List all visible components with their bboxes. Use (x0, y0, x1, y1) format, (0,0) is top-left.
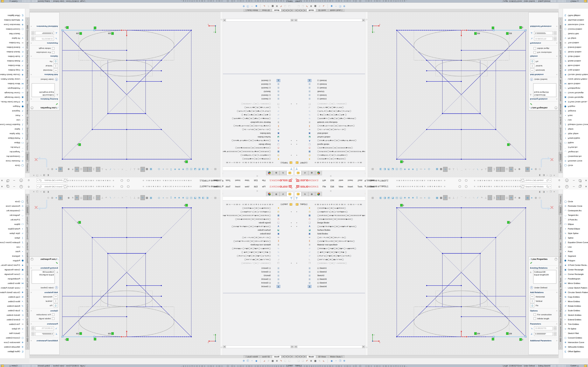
paint-brush-icon[interactable]: ✐ (279, 359, 283, 362)
relation-entry[interactable]: Collinear108 (33, 94, 54, 96)
expand-arrow-icon[interactable]: ▸ (296, 262, 297, 264)
line-weights-icon[interactable]: ≣ (275, 359, 279, 362)
menu-insert[interactable]: Insert (233, 185, 242, 188)
palette-silhouette-entities[interactable]: ⊛Silhouette Entities (0, 345, 25, 349)
palette-partial-ellipse[interactable]: ◖Partial Ellipse (563, 227, 588, 231)
relation-tag[interactable]: ∕3 (77, 143, 81, 146)
tab-property-manager[interactable]: ⧉ (280, 192, 286, 196)
doc-tab-model[interactable]: Model (272, 9, 281, 12)
relation-tag[interactable]: ∕3 (507, 221, 511, 224)
tab-property-manager[interactable]: ⧉ (302, 192, 308, 196)
tree-item-history[interactable]: ▸◷◯Λ⊕◉✣ƧS°ɜ◯⊚◯ɜ°SƧ✣◉⊕Λ◯ (223, 154, 294, 157)
relation-tag[interactable]: ∕3 (184, 161, 188, 163)
tree-vertical-scrollbar[interactable] (365, 12, 367, 177)
palette-trim-entities[interactable]: ✂Trim Entities (0, 41, 25, 45)
restore-button[interactable] (578, 185, 582, 189)
tree-item-material[interactable]: ≣Material <not specified> (294, 121, 365, 124)
relation-tag[interactable]: ∕3 (519, 338, 523, 341)
add-relation-fix[interactable]: ⚓Fix (50, 60, 58, 63)
tab-features[interactable]: Features (26, 194, 29, 205)
palette-segment[interactable]: #Segment (0, 254, 25, 258)
tree-filter[interactable] (221, 167, 293, 171)
palette-line[interactable]: ∕Line (563, 118, 588, 122)
hatch-icon[interactable]: ▦ (313, 5, 318, 8)
tree-item-sketch6[interactable]: ▦(-) Sketch6 (294, 285, 365, 288)
angle-spinner[interactable]: ▴▾ (554, 332, 556, 336)
palette-tangent-arc[interactable]: ◡Tangent Arc (0, 150, 25, 154)
tree-item-design-binder[interactable]: ▸❏Design Binder (223, 221, 294, 224)
tree-item-equations[interactable]: Σ◯ƨSИ◉°✣A∪¤ƎƐ◯⊚◯ƎƐ¤∪A✣°◉ИSƨ◯ (223, 239, 294, 243)
palette-equation-curve[interactable]: ƒEquation Driven Curve (0, 123, 25, 127)
section-parameters[interactable]: Parameters˄ (530, 42, 557, 44)
tree-item-equations[interactable]: Σ◯ƨSИ◉°✣A∪¤ƎƐ◯⊚◯ƎƐ¤∪A✣°◉ИSƨ◯ (294, 239, 365, 243)
menu-tools[interactable]: Tools (355, 185, 365, 188)
tab-features[interactable]: Features (26, 162, 29, 173)
tab-mold-tools[interactable]: Mold Tools (559, 277, 562, 288)
palette-sketch-fillet[interactable]: ⌒Sketch Fillet (563, 331, 588, 335)
tree-item-selection-sets[interactable]: ▦◯ƧS✣ƎSƧ◯ИИ◉°✣ƆƎSƧƎSƧ◯⊚◯ƧSƎƧSƎƆ✣°◉ИИ◯ƧSƎ… (223, 150, 294, 153)
section-existing-relations[interactable]: Existing Relations˄ (530, 267, 557, 269)
tab-nav-icon[interactable]: ▶ (303, 9, 306, 12)
doc-tab-motion-study-1[interactable]: Motion Study 1 (244, 9, 260, 12)
tab-evaluate[interactable]: Evaluate (559, 116, 562, 126)
palette-move-entities[interactable]: ↗Move Entities (0, 299, 25, 304)
tab-sketch[interactable]: Sketch (26, 206, 29, 215)
tree-item-sketch1[interactable]: ▦(-) Sketch1 (294, 266, 365, 270)
tab-direct-editing[interactable]: Direct Editing (26, 226, 29, 241)
tree-item-design-binder[interactable]: ▸❏Design Binder (223, 143, 294, 146)
length-parameter[interactable]: ↘ 10.88152731 ▴▾ (32, 37, 58, 41)
palette-trim-entities[interactable]: ✂Trim Entities (563, 41, 588, 45)
scroll-left-icon[interactable]: ◀ (294, 345, 297, 348)
expand-arrow-icon[interactable]: ▸ (296, 211, 297, 213)
tab-data-migration[interactable]: Data Migration (559, 303, 562, 317)
palette-perimeter-circle[interactable]: ⊙Perimeter Circle (0, 159, 25, 163)
tab-mold-tools[interactable]: Mold Tools (26, 277, 29, 288)
tree-item-lights-cameras[interactable]: ∞◯ƨS∙∩✳ʟAM◯⊚◯MAʟ✳∩∙Sƨ◯ (223, 236, 294, 239)
palette-trim-entities[interactable]: ✂Trim Entities (0, 322, 25, 326)
add-relation-fix[interactable]: ⚓Fix (530, 60, 538, 63)
tree-item-top-plane[interactable]: ▱◯∙◉✣◯✳◉‖◯⊚◯‖◉✳◯✣◉∙◯ (294, 250, 365, 254)
palette-offset-entities[interactable]: ⊑Offset Entities (0, 349, 25, 354)
doc-tab-3d-views[interactable]: 3D Views (316, 355, 328, 358)
tree-horizontal-scrollbar[interactable]: ◀ ▶ (294, 19, 365, 22)
palette-center-rectangle[interactable]: ▣Center Rectangle (563, 95, 588, 100)
section-existing-relations[interactable]: Existing Relations˄ (31, 98, 58, 100)
search-box[interactable]: ▾ (521, 178, 551, 183)
equal-relation-tag[interactable]: =109 (76, 332, 82, 335)
tab-sketch[interactable]: Sketch (559, 206, 562, 215)
help-icon[interactable]: ? (554, 106, 557, 109)
tab-nav-icon[interactable]: ▶ (282, 9, 285, 12)
doc-tab-3d-views[interactable]: 3D Views (260, 9, 272, 12)
line-endpoint-handle[interactable] (493, 336, 494, 337)
tab-weldments[interactable]: Weldments (26, 91, 29, 102)
doc-tab-model[interactable]: Model (307, 355, 316, 358)
orientation-icon[interactable]: ⇅ (266, 5, 270, 8)
tree-item-sketch3[interactable]: ▦Sketch3 (294, 90, 365, 93)
palette-three-point-center-rect[interactable]: ◈3 Point Center Recta... (563, 263, 588, 267)
palette-circular-pattern[interactable]: ✥Circular Sketch Pattern (0, 73, 25, 77)
angle-parameter[interactable]: ∠ 0.00000000° ▴▾ (32, 31, 58, 35)
palette-extend-entities[interactable]: ⊢Extend Entities (563, 45, 588, 50)
tab-features[interactable]: Features (559, 194, 562, 205)
key-page-icon[interactable]: ❏ (283, 359, 287, 362)
ok-check-icon[interactable]: ✔ (56, 261, 58, 265)
add-relation-fix[interactable]: ⚓Fix (50, 304, 58, 307)
tree-item-annotations[interactable]: ▸A◯SƨИ◉°✣A✣◉ИA◯⊚◯AИ◉✣A✣°◉ИƨS◯ (294, 225, 365, 228)
palette-line[interactable]: ∕Line (0, 118, 25, 122)
minimize-button[interactable]: ─ (12, 178, 16, 182)
tree-vertical-scrollbar[interactable] (365, 190, 367, 355)
expand-arrow-icon[interactable]: ▸ (296, 103, 297, 105)
doc-tab-model[interactable]: Model (272, 355, 281, 358)
palette-three-point-arc[interactable]: ⌒3 Point Arc (563, 145, 588, 150)
palette-three-point-center-rect[interactable]: ◈3 Point Center Recta... (563, 100, 588, 104)
tab-mold-tools[interactable]: Mold Tools (26, 79, 29, 90)
palette-equation-curve[interactable]: ƒEquation Driven Curve (0, 240, 25, 244)
tree-item-sketch5[interactable]: ▦(-) Sketch5 (223, 277, 294, 281)
palette-segment[interactable]: #Segment (563, 109, 588, 113)
line-endpoint-handle[interactable] (62, 336, 63, 337)
tab-configuration-manager[interactable]: ⊕ (273, 171, 280, 175)
help-icon[interactable]: ? (31, 106, 34, 109)
tree-item-favorites[interactable]: ★◯ƧSƎ✣◉⌀A◯⊚◯A⌀◉✣ƎSƧ◯ (294, 206, 365, 210)
tab-data-migration[interactable]: Data Migration (26, 50, 29, 64)
tree-item-origin[interactable]: ∟◯ИИ°ƽ°ɷ◉◯⊚◯◉ɷ°ƽ°ИИ◯ (294, 258, 365, 261)
